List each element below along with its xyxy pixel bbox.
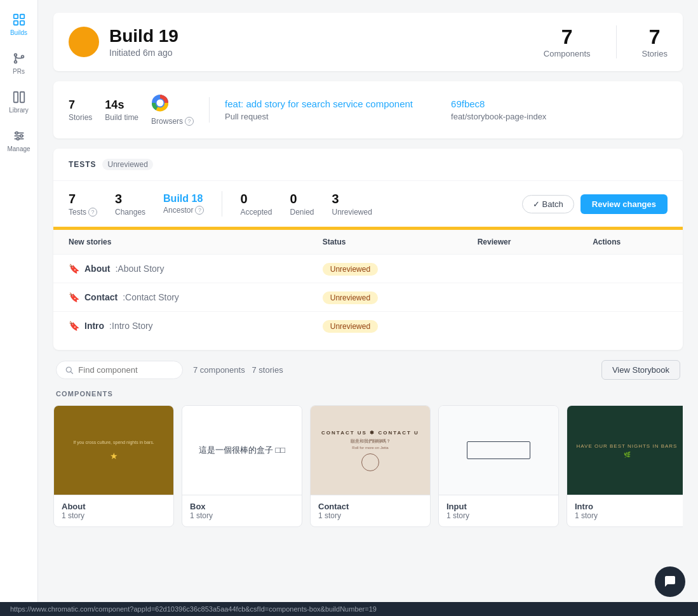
batch-button[interactable]: ✓ Batch (522, 195, 574, 213)
tests-denied-value: 0 (290, 192, 314, 206)
build-initiated: Initiated 6m ago (109, 48, 178, 58)
component-info: Input 1 story (439, 495, 558, 526)
search-box[interactable] (56, 361, 183, 379)
tests-help-icon[interactable]: ? (88, 208, 97, 217)
component-card[interactable]: CONTACT US ✽ CONTACT U 願意和我們聊聊嗎？ Roll fo… (310, 405, 431, 527)
search-input[interactable] (78, 365, 173, 375)
story-reviewer-cell (462, 312, 577, 340)
tests-stats-divider (222, 191, 222, 217)
table-row[interactable]: 🔖 About:About Story Unreviewed (53, 255, 683, 283)
story-reviewer-cell (462, 283, 577, 312)
component-card[interactable]: If you cross culture, spend nights in ba… (53, 405, 174, 527)
tests-ancestor-value[interactable]: Build 18 (163, 193, 204, 204)
story-status-cell: Unreviewed (307, 283, 462, 312)
builds-icon (12, 13, 26, 27)
table-row[interactable]: 🔖 Intro:Intro Story Unreviewed (53, 312, 683, 340)
build-time-label: Build time (105, 113, 138, 122)
browsers-info: Browsers ? (151, 94, 194, 126)
pr-link[interactable]: feat: add story for search service compo… (225, 98, 413, 109)
stories-value: 7 (69, 98, 92, 112)
build-header: Build 19 Initiated 6m ago 7 Components 7… (53, 13, 683, 71)
search-icon (65, 366, 73, 375)
svg-rect-3 (20, 21, 23, 25)
build-stats: 7 Components 7 Stories (544, 25, 668, 58)
story-bookmark-icon: 🔖 (69, 264, 79, 274)
tests-accepted: 0 Accepted (240, 192, 272, 217)
table-footer-spacer (53, 340, 683, 350)
tests-count-label: Tests ? (69, 208, 97, 217)
build-time-value: 14s (105, 98, 138, 112)
component-thumbnail: HAVE OUR BEST NIGHTS IN BARS 🌿 (567, 406, 683, 495)
build-time-info: 14s Build time (105, 98, 138, 122)
build-avatar (69, 27, 99, 57)
prs-icon (12, 51, 26, 65)
main-content: Build 19 Initiated 6m ago 7 Components 7… (38, 0, 698, 616)
commit-link[interactable]: 69fbec8 (451, 98, 546, 109)
components-count: 7 (544, 25, 591, 49)
tests-changes-label: Changes (115, 208, 145, 217)
ancestor-help-icon[interactable]: ? (195, 206, 204, 215)
library-icon (12, 90, 26, 104)
status-badge: Unreviewed (323, 291, 378, 304)
component-thumbnail: CONTACT US ✽ CONTACT U 願意和我們聊聊嗎？ Roll fo… (311, 406, 430, 495)
story-actions-cell (577, 283, 683, 312)
svg-line-20 (70, 372, 72, 373)
browsers-help-icon[interactable]: ? (185, 117, 194, 126)
component-stories-count: 1 story (575, 511, 679, 520)
info-divider (209, 97, 210, 123)
components-count: 7 components 7 stories (193, 365, 283, 375)
component-name: Input (446, 502, 551, 511)
components-label: COMPONENTS (53, 390, 683, 398)
table-row[interactable]: 🔖 Contact:Contact Story Unreviewed (53, 283, 683, 312)
tests-badge: Unreviewed (102, 159, 152, 170)
sidebar-item-manage-label: Manage (7, 145, 30, 152)
svg-rect-2 (13, 21, 17, 25)
chrome-icon (151, 94, 194, 116)
story-name-cell: 🔖 About:About Story (53, 255, 307, 283)
build-info-left: Build 19 Initiated 6m ago (69, 26, 178, 58)
svg-rect-0 (13, 15, 17, 18)
tests-changes: 3 Changes (115, 192, 145, 217)
sidebar-item-library[interactable]: Library (3, 85, 36, 119)
component-info: About 1 story (54, 495, 173, 526)
components-grid: If you cross culture, spend nights in ba… (53, 405, 683, 527)
svg-point-14 (20, 135, 22, 137)
chat-icon (663, 575, 677, 589)
tests-ancestor: Build 18 Ancestor ? (163, 193, 204, 215)
component-stories-count: 1 story (190, 511, 294, 520)
stories-info-label: Stories (69, 113, 92, 122)
component-stories-count: 1 story (62, 511, 166, 520)
svg-point-18 (158, 100, 163, 106)
manage-icon (12, 129, 26, 143)
svg-point-5 (14, 61, 17, 64)
component-stories-count: 1 story (446, 511, 551, 520)
story-actions-cell (577, 255, 683, 283)
component-card[interactable]: 這是一個很棒的盒子 □□ Box 1 story (182, 405, 302, 527)
pr-sub: Pull request (225, 112, 413, 121)
component-thumbnail: 這是一個很棒的盒子 □□ (182, 406, 302, 495)
component-card[interactable]: HAVE OUR BEST NIGHTS IN BARS 🌿 Intro 1 s… (567, 405, 683, 527)
tests-stats-row: 7 Tests ? 3 Changes Build 18 Ancestor ? … (53, 180, 683, 227)
story-reviewer-cell (462, 255, 577, 283)
story-status-cell: Unreviewed (307, 312, 462, 340)
svg-point-4 (14, 54, 17, 57)
component-name: Intro (575, 502, 679, 511)
sidebar-item-manage[interactable]: Manage (3, 124, 36, 157)
tests-count-value: 7 (69, 192, 97, 206)
story-name-cell: 🔖 Contact:Contact Story (53, 283, 307, 312)
component-card[interactable]: Input 1 story (438, 405, 559, 527)
components-header: 7 components 7 stories View Storybook (53, 360, 683, 380)
tests-card: TESTS Unreviewed 7 Tests ? 3 Changes Bui… (53, 149, 683, 350)
stories-label: Stories (642, 49, 668, 58)
stats-divider (616, 25, 617, 58)
component-thumbnail: If you cross culture, spend nights in ba… (54, 406, 173, 495)
review-changes-button[interactable]: Review changes (581, 194, 668, 214)
tests-ancestor-label: Ancestor ? (163, 206, 204, 215)
sidebar-item-prs[interactable]: PRs (3, 46, 36, 80)
tests-accepted-value: 0 (240, 192, 272, 206)
view-storybook-button[interactable]: View Storybook (601, 360, 680, 380)
chat-button[interactable] (655, 566, 685, 597)
sidebar-item-builds[interactable]: Builds (3, 8, 36, 41)
svg-rect-9 (20, 92, 23, 103)
story-bookmark-icon: 🔖 (69, 321, 79, 331)
